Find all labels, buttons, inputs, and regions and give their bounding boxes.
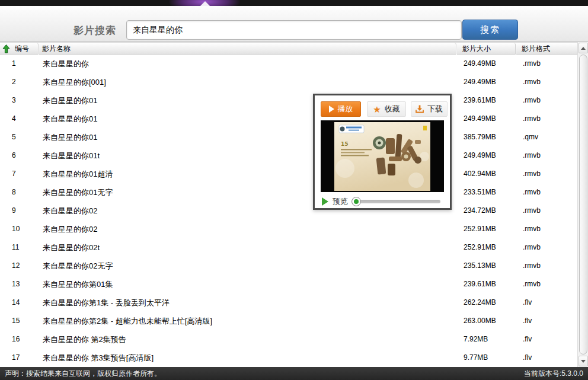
table-row[interactable]: 5来自星星的你01385.79MB.qmv [0, 128, 577, 146]
row-format: .rmvb [523, 257, 575, 275]
row-number: 3 [12, 91, 36, 110]
row-size: 239.61MB [464, 275, 517, 293]
preview-controls: 预览 [322, 196, 446, 207]
row-size: 233.51MB [464, 183, 517, 202]
row-format: .rmvb [523, 91, 575, 110]
row-size: 235.13MB [464, 257, 517, 275]
play-button[interactable]: 播放 [321, 101, 361, 117]
row-size: 249.49MB [464, 110, 517, 128]
scrollbar-thumb[interactable] [579, 55, 587, 355]
table-row[interactable]: 10来自星星的你02252.91MB.rmvb [0, 220, 577, 238]
results-table: 1来自星星的你249.49MB.rmvb2来自星星的你[001]249.49MB… [0, 55, 577, 367]
row-format: .rmvb [523, 202, 575, 220]
scroll-down-button[interactable] [579, 356, 588, 366]
row-number: 6 [12, 146, 36, 165]
row-number: 7 [12, 165, 36, 183]
row-number: 14 [12, 293, 36, 312]
video-thumbnail[interactable]: 15 [321, 120, 444, 192]
search-button[interactable]: 搜索 [462, 20, 518, 40]
row-name: 来自星星的你 第2集预告 [43, 330, 452, 349]
row-format: .rmvb [523, 183, 575, 202]
row-format: .rmvb [523, 55, 575, 73]
status-bar: 声明：搜索结果来自互联网，版权归原作者所有。 当前版本号:5.3.0.0 [0, 367, 588, 380]
row-format: .rmvb [523, 238, 575, 257]
preview-play-icon[interactable] [322, 197, 328, 206]
favorite-button-label: 收藏 [385, 104, 400, 114]
video-preview-popup: 播放 ★ 收藏 下载 [313, 94, 452, 210]
row-size: 249.49MB [464, 55, 517, 73]
row-format: .rmvb [523, 220, 575, 238]
table-header: 编号 影片名称 影片大小 影片格式 [0, 42, 577, 55]
row-format: .flv [523, 312, 575, 330]
table-row[interactable]: 4来自星星的你01249.49MB.rmvb [0, 110, 577, 128]
row-number: 12 [12, 257, 36, 275]
table-row[interactable]: 3来自星星的你01239.61MB.rmvb [0, 91, 577, 110]
version-text: 当前版本号:5.3.0.0 [524, 367, 583, 380]
table-row[interactable]: 8来自星星的你01无字233.51MB.rmvb [0, 183, 577, 202]
row-number: 8 [12, 183, 36, 202]
row-name: 来自星星的你02t [43, 238, 452, 257]
row-size: 249.49MB [464, 73, 517, 91]
row-size: 249.49MB [464, 146, 517, 165]
preview-label: 预览 [333, 196, 348, 207]
table-row[interactable]: 7来自星星的你01超清402.94MB.rmvb [0, 165, 577, 183]
row-number: 10 [12, 220, 36, 238]
row-size: 239.61MB [464, 91, 517, 110]
table-row[interactable]: 15来自星星的你第2集 - 超能力也未能帮上忙[高清版]263.00MB.flv [0, 312, 577, 330]
svg-text:15: 15 [341, 141, 349, 147]
down-arrow-icon [581, 360, 586, 363]
row-size: 263.00MB [464, 312, 517, 330]
column-header-size[interactable]: 影片大小 [456, 43, 516, 55]
preview-seek-knob[interactable] [351, 197, 361, 206]
search-panel: 影片搜索 搜索 [0, 6, 588, 42]
scroll-up-button[interactable] [579, 43, 588, 53]
row-name: 来自星星的你 [43, 55, 452, 73]
row-number: 16 [12, 330, 36, 349]
download-button-label: 下载 [427, 104, 443, 114]
column-header-number[interactable]: 编号 [11, 43, 39, 55]
row-format: .rmvb [523, 146, 575, 165]
table-row[interactable]: 14来自星星的你第1集 - 丢脸丢到太平洋262.24MB.flv [0, 293, 577, 312]
table-row[interactable]: 9来自星星的你02234.72MB.rmvb [0, 202, 577, 220]
column-header-name[interactable]: 影片名称 [39, 43, 456, 55]
favorite-button[interactable]: ★ 收藏 [367, 101, 406, 117]
row-format: .rmvb [523, 275, 575, 293]
row-format: .rmvb [523, 110, 575, 128]
search-label: 影片搜索 [74, 24, 116, 37]
sort-column-header[interactable] [0, 43, 11, 55]
table-row[interactable]: 2来自星星的你[001]249.49MB.rmvb [0, 73, 577, 91]
row-size: 262.24MB [464, 293, 517, 312]
table-row[interactable]: 12来自星星的你02无字235.13MB.rmvb [0, 257, 577, 275]
up-arrow-icon [581, 47, 586, 50]
table-row[interactable]: 1来自星星的你249.49MB.rmvb [0, 55, 577, 73]
row-size: 252.91MB [464, 220, 517, 238]
table-row[interactable]: 11来自星星的你02t252.91MB.rmvb [0, 238, 577, 257]
top-strip [0, 0, 588, 6]
download-button[interactable]: 下载 [411, 101, 448, 117]
row-number: 1 [12, 55, 36, 73]
table-row[interactable]: 16来自星星的你 第2集预告7.92MB.flv [0, 330, 577, 349]
vertical-scrollbar[interactable] [577, 42, 588, 367]
row-format: .flv [523, 330, 575, 349]
column-header-format[interactable]: 影片格式 [516, 43, 577, 55]
row-size: 385.79MB [464, 128, 517, 146]
row-format: .flv [523, 293, 575, 312]
table-row[interactable]: 13来自星星的你第01集239.61MB.rmvb [0, 275, 577, 293]
row-size: 9.77MB [464, 349, 517, 367]
row-number: 9 [12, 202, 36, 220]
play-button-label: 播放 [338, 104, 353, 114]
table-row[interactable]: 6来自星星的你01t249.49MB.rmvb [0, 146, 577, 165]
row-number: 17 [12, 349, 36, 367]
row-name: 来自星星的你第1集 - 丢脸丢到太平洋 [43, 293, 452, 312]
row-name: 来自星星的你[001] [43, 73, 452, 91]
row-name: 来自星星的你02 [43, 220, 452, 238]
row-name: 来自星星的你第01集 [43, 275, 452, 293]
row-name: 来自星星的你02无字 [43, 257, 452, 275]
row-number: 4 [12, 110, 36, 128]
table-row[interactable]: 17来自星星的你 第3集预告[高清版]9.77MB.flv [0, 349, 577, 367]
row-format: .rmvb [523, 165, 575, 183]
row-size: 402.94MB [464, 165, 517, 183]
preview-seek-track[interactable] [353, 200, 440, 203]
play-icon [329, 106, 334, 113]
search-input[interactable] [126, 20, 462, 40]
